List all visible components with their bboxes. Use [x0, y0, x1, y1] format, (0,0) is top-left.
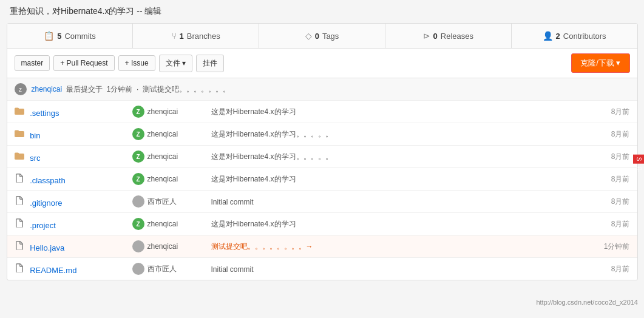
committer-name: zhenqicai	[147, 152, 178, 161]
contributors-label: Contributors	[563, 32, 606, 41]
issue-button[interactable]: + Issue	[118, 55, 155, 71]
file-name-link[interactable]: .settings	[30, 109, 59, 118]
tags-icon: ◇	[305, 31, 312, 41]
commit-header: z zhenqicai 最后提交于 1分钟前 · 测试提交吧。。。。。。。	[7, 78, 637, 101]
commit-time: 8月前	[589, 101, 637, 123]
committer-avatar: Z	[132, 151, 144, 163]
stat-branches[interactable]: ⑂ 1 Branches	[133, 24, 259, 48]
contributors-count: 2	[556, 32, 560, 41]
commit-message: 这是对Hibernate4.x的学习	[211, 107, 296, 116]
file-icon	[15, 243, 24, 252]
stat-commits[interactable]: 📋 5 Commits	[7, 24, 134, 48]
commit-message: 这是对Hibernate4.x的学习。。。。。	[211, 130, 333, 138]
table-row: README.md 西市匠人 Initial commit 8月前	[7, 258, 637, 280]
commit-message: 这是对Hibernate4.x的学习	[211, 220, 296, 228]
committer-name: zhenqicai	[147, 107, 178, 116]
file-name-link[interactable]: .project	[30, 221, 56, 230]
table-row: .classpath Z zhenqicai 这是对Hibernate4.x的学…	[7, 168, 637, 191]
commit-message: 测试提交吧。。。。。。。。→	[211, 242, 313, 251]
table-row: src Z zhenqicai 这是对Hibernate4.x的学习。。。。。 …	[7, 146, 637, 168]
pull-request-button[interactable]: + Pull Request	[53, 55, 114, 71]
commit-time: 1分钟前	[589, 235, 637, 258]
table-row: .project Z zhenqicai 这是对Hibernate4.x的学习 …	[7, 213, 637, 235]
commit-message: 这是对Hibernate4.x的学习	[211, 175, 296, 183]
toolbar: master + Pull Request + Issue 文件 ▾ 挂件 克隆…	[7, 49, 637, 78]
commits-count: 5	[57, 32, 61, 41]
committer-avatar: Z	[132, 218, 144, 230]
commit-message: Initial commit	[211, 198, 254, 206]
file-name-link[interactable]: .classpath	[30, 176, 66, 185]
releases-label: Releases	[441, 32, 473, 41]
committer-avatar: Z	[132, 106, 144, 118]
file-button[interactable]: 文件 ▾	[159, 55, 192, 72]
table-row: .settings Z zhenqicai 这是对Hibernate4.x的学习…	[7, 101, 637, 123]
releases-icon: ⊳	[423, 31, 430, 41]
stat-releases[interactable]: ⊳ 0 Releases	[385, 24, 512, 48]
branch-selector[interactable]: master	[15, 55, 50, 71]
page-title: 重拾知识，对Hibernate4.x的学习 -- 编辑	[0, 0, 644, 23]
file-name-link[interactable]: src	[30, 154, 40, 163]
commits-icon: 📋	[44, 31, 54, 41]
file-name-link[interactable]: README.md	[30, 266, 76, 275]
committer-avatar: Z	[132, 173, 144, 185]
table-row: bin Z zhenqicai 这是对Hibernate4.x的学习。。。。。 …	[7, 123, 637, 146]
folder-icon	[15, 109, 24, 118]
commit-time: 8月前	[589, 123, 637, 146]
commit-time: 8月前	[589, 258, 637, 280]
stat-tags[interactable]: ◇ 0 Tags	[259, 24, 385, 48]
committer-name: zhenqicai	[147, 220, 178, 228]
file-icon	[15, 266, 24, 275]
committer-name: zhenqicai	[147, 175, 178, 183]
commit-time: 8月前	[589, 213, 637, 235]
commit-message: Initial commit	[211, 265, 254, 274]
file-name-link[interactable]: bin	[30, 131, 40, 140]
stat-contributors[interactable]: 👤 2 Contributors	[512, 24, 637, 48]
committer-avatar	[132, 240, 144, 252]
file-icon	[15, 198, 24, 208]
repo-container: 📋 5 Commits ⑂ 1 Branches ◇ 0 Tags ⊳ 0 Re…	[7, 23, 638, 280]
commit-time: 8月前	[589, 168, 637, 191]
tags-label: Tags	[322, 32, 339, 41]
file-icon	[15, 221, 24, 230]
commit-time: 8月前	[589, 191, 637, 213]
committer-avatar: Z	[132, 128, 144, 140]
branches-icon: ⑂	[172, 31, 177, 41]
branches-label: Branches	[187, 32, 220, 41]
hook-button[interactable]: 挂件	[196, 55, 224, 72]
committer-name: 西市匠人	[147, 197, 177, 207]
commit-time: 8月前	[589, 146, 637, 168]
committer-name: zhenqicai	[147, 242, 178, 251]
committer-name: zhenqicai	[147, 130, 178, 138]
committer-avatar	[132, 263, 144, 275]
table-row: Hello.java zhenqicai 测试提交吧。。。。。。。。→ 1分钟前	[7, 235, 637, 258]
commit-author-avatar: z	[15, 83, 27, 95]
commits-label: Commits	[64, 32, 95, 41]
releases-count: 0	[433, 32, 438, 41]
branches-count: 1	[180, 32, 184, 41]
contributors-icon: 👤	[543, 31, 553, 41]
clone-download-button[interactable]: 克隆/下载 ▾	[571, 53, 629, 73]
committer-avatar	[132, 195, 144, 208]
file-name-link[interactable]: Hello.java	[30, 243, 64, 252]
commit-header-text: zhenqicai 最后提交于 1分钟前 · 测试提交吧。。。。。。。	[32, 84, 230, 95]
file-table: .settings Z zhenqicai 这是对Hibernate4.x的学习…	[7, 101, 637, 280]
table-row: .gitignore 西市匠人 Initial commit 8月前	[7, 191, 637, 213]
file-icon	[15, 176, 24, 185]
stats-bar: 📋 5 Commits ⑂ 1 Branches ◇ 0 Tags ⊳ 0 Re…	[7, 24, 637, 49]
csdn-badge[interactable]: S中	[633, 155, 644, 164]
file-name-link[interactable]: .gitignore	[30, 198, 62, 208]
committer-name: 西市匠人	[147, 264, 177, 274]
tags-count: 0	[315, 32, 319, 41]
commit-message: 这是对Hibernate4.x的学习。。。。。	[211, 152, 333, 161]
folder-icon	[15, 154, 24, 163]
folder-icon	[15, 131, 24, 140]
commit-author-link[interactable]: zhenqicai	[32, 85, 63, 93]
